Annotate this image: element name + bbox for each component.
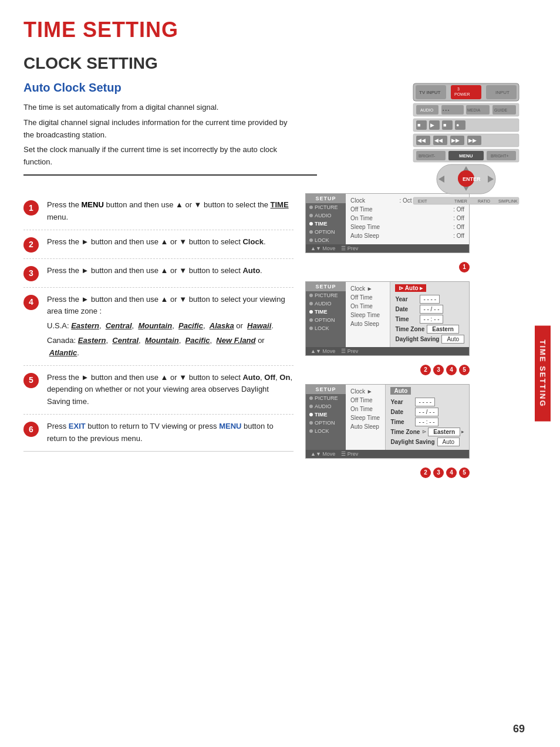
circle-1: 1 — [459, 262, 470, 272]
step-number-3: 3 — [23, 266, 39, 281]
tv-row-autosleep-3: Auto Sleep — [350, 422, 380, 431]
step-text-3: Press the ► button and then use ▲ or ▼ b… — [47, 265, 294, 277]
svg-text:TV INPUT: TV INPUT — [419, 90, 441, 95]
tv-footer-1: ▲▼ Move ☰ Prev — [306, 244, 469, 253]
tv-row-ontime: On Time : Off — [350, 214, 464, 223]
tv-row-ontime-3: On Time — [350, 405, 380, 413]
tv-menu-lock-2: LOCK — [306, 324, 346, 332]
step-number-5: 5 — [23, 373, 39, 388]
svg-text:AUDIO: AUDIO — [420, 108, 434, 112]
circle-2: 2 — [420, 365, 431, 375]
svg-text:▪ ▪ ▪: ▪ ▪ ▪ — [443, 108, 450, 112]
tv-footer-move-3: ▲▼ Move — [311, 451, 335, 457]
tv-footer-prev: ☰ Prev — [341, 245, 358, 251]
tv-menu-lock-3: LOCK — [306, 427, 346, 435]
svg-text:●: ● — [456, 122, 459, 128]
svg-text:■: ■ — [417, 122, 420, 128]
trp-timezone-2: Time Zone Eastern — [395, 325, 464, 334]
svg-text:3: 3 — [457, 87, 460, 91]
step-text-1: Press the MENU button and then use ▲ or … — [47, 199, 294, 224]
svg-text:EXIT: EXIT — [418, 199, 427, 203]
tv-main-2: Clock ► Off Time On Time Sleep Time Auto… — [346, 282, 390, 347]
tv-right-panel-3: Auto Year - - - - Date - - / - - Time - … — [385, 385, 469, 450]
circle-2b: 2 — [420, 467, 431, 478]
circle-5: 5 — [459, 365, 470, 375]
intro-para2: The digital channel signal includes info… — [23, 117, 294, 142]
circle-indicator-1: 1 — [305, 262, 470, 272]
tv-sidebar-3: SETUP PICTURE AUDIO TIME OPTION LOCK — [306, 385, 346, 450]
tv-row-offtime-2: Off Time — [350, 293, 385, 302]
circle-4b: 4 — [446, 467, 457, 478]
tv-row-sleeptime: Sleep Time : Off — [350, 223, 464, 231]
svg-text:INPUT: INPUT — [495, 90, 510, 95]
tv-footer-prev-3: ☰ Prev — [341, 451, 358, 457]
svg-text:◀◀: ◀◀ — [434, 137, 443, 143]
tv-row-offtime-3: Off Time — [350, 396, 380, 405]
page-number: 69 — [513, 723, 525, 735]
step-5: 5 Press the ► button and then use ▲ or ▼… — [23, 366, 294, 415]
tv-sidebar-2: SETUP PICTURE AUDIO TIME OPTION LOCK — [306, 282, 346, 347]
tv-menu-lock: LOCK — [306, 236, 346, 244]
sidebar-time-setting-label: TIME SETTING — [535, 326, 551, 422]
svg-text:MEDIA: MEDIA — [467, 108, 481, 112]
intro-para1: The time is set automatically from a dig… — [23, 102, 294, 114]
tv-menu-title-2: SETUP — [306, 282, 346, 291]
trp-year-2: Year - - - - — [395, 295, 464, 304]
tv-row-sleeptime-3: Sleep Time — [350, 413, 380, 422]
svg-text:POWER: POWER — [454, 92, 470, 96]
trp-year-3: Year - - - - — [390, 398, 464, 406]
tv-menu-title-3: SETUP — [306, 385, 346, 394]
intro-para3: Set the clock manually if the current ti… — [23, 144, 294, 169]
tv-footer-move-2: ▲▼ Move — [311, 348, 335, 354]
svg-text:TIMER: TIMER — [454, 199, 467, 203]
svg-text:ENTER: ENTER — [463, 176, 481, 182]
circle-4: 4 — [446, 365, 457, 375]
page-title: TIME SETTING — [23, 18, 537, 42]
tv-row-clock-3: Clock ► — [350, 387, 380, 396]
trp-daylight-3: Daylight Saving Auto — [390, 438, 464, 446]
tv-screen-2: SETUP PICTURE AUDIO TIME OPTION LOCK Clo… — [305, 281, 470, 356]
svg-text:▶: ▶ — [430, 122, 434, 128]
circle-5b: 5 — [459, 467, 470, 478]
svg-text:SIMPLINK: SIMPLINK — [498, 199, 518, 203]
trp-time-2: Time - - : - - — [395, 315, 464, 324]
step-2: 2 Press the ► button and then use ▲ or ▼… — [23, 230, 294, 259]
tv-screenshots: SETUP PICTURE AUDIO TIME OPTION LOCK Clo… — [305, 193, 470, 480]
tv-menu-picture-3: PICTURE — [306, 394, 346, 402]
tv-menu-picture: PICTURE — [306, 203, 346, 211]
step-number-1: 1 — [23, 200, 39, 216]
tv-menu-option-2: OPTION — [306, 316, 346, 324]
circle-3: 3 — [433, 365, 444, 375]
steps-list: 1 Press the MENU button and then use ▲ o… — [23, 193, 294, 480]
tv-menu-option-3: OPTION — [306, 419, 346, 427]
svg-text:▶▶: ▶▶ — [451, 137, 460, 143]
tv-menu-audio-2: AUDIO — [306, 300, 346, 308]
tv-row-sleeptime-2: Sleep Time — [350, 311, 385, 319]
svg-text:GUIDE: GUIDE — [494, 108, 508, 112]
tv-row-clock-2: Clock ► — [350, 284, 385, 293]
tv-sidebar-1: SETUP PICTURE AUDIO TIME OPTION LOCK — [306, 194, 346, 244]
circle-3b: 3 — [433, 467, 444, 478]
trp-timezone-3: Time Zone ⊳ Eastern ▸ — [390, 428, 464, 436]
step-text-4: Press the ► button and then use ▲ or ▼ b… — [47, 294, 294, 359]
svg-text:BRIGHT-: BRIGHT- — [419, 154, 436, 158]
tv-footer-3: ▲▼ Move ☰ Prev — [306, 450, 469, 458]
circle-indicator-2345b: 2 3 4 5 — [305, 467, 470, 478]
step-3: 3 Press the ► button and then use ▲ or ▼… — [23, 259, 294, 288]
trp-date-2: Date - - / - - — [395, 305, 464, 314]
trp-time-3: Time - - : - - — [390, 418, 464, 426]
step-text-5: Press the ► button and then use ▲ or ▼ b… — [47, 372, 294, 408]
section-title: CLOCK SETTING — [23, 54, 537, 73]
step-number-6: 6 — [23, 422, 39, 437]
tv-menu-time: TIME — [306, 220, 346, 228]
svg-text:◀◀: ◀◀ — [417, 137, 426, 143]
tv-menu-audio: AUDIO — [306, 211, 346, 220]
tv-footer-move: ▲▼ Move — [311, 245, 335, 251]
tv-footer-2: ▲▼ Move ☰ Prev — [306, 347, 469, 355]
tv-row-autosleep: Auto Sleep : Off — [350, 231, 464, 240]
tv-menu-option: OPTION — [306, 228, 346, 236]
top-divider — [23, 174, 317, 176]
intro-block: The time is set automatically from a dig… — [23, 102, 294, 169]
svg-text:RATIO: RATIO — [478, 199, 490, 203]
remote-illustration: TV INPUT 3 POWER INPUT AUDIO ▪ ▪ ▪ MEDIA… — [407, 82, 537, 208]
